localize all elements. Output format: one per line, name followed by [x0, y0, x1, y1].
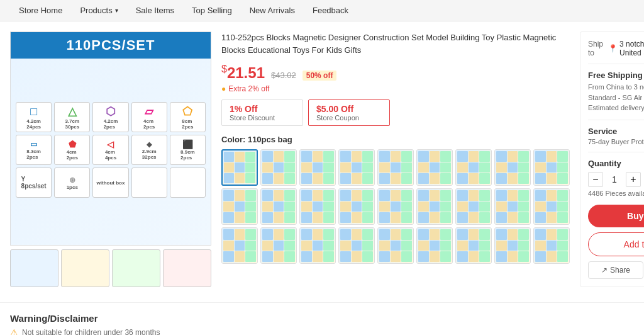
shape-square: □4.2cm24pcs	[16, 102, 52, 132]
thumb-1[interactable]	[10, 249, 58, 287]
shape-tri2: ◁4cm4pcs	[92, 135, 128, 165]
product-info: 110-252pcs Blocks Magnetic Designer Cons…	[221, 31, 570, 287]
variant-7[interactable]	[455, 149, 492, 186]
shape-empty2	[170, 168, 206, 198]
variant-17[interactable]	[494, 188, 531, 225]
bottom-thumbnails	[10, 249, 211, 287]
image-banner: 110PCS/SET	[11, 32, 211, 59]
thumb-4[interactable]	[163, 249, 211, 287]
variant-15[interactable]	[416, 188, 453, 225]
variant-19[interactable]	[221, 227, 258, 264]
coupon-amount-2: $5.00 Off	[316, 104, 382, 114]
variant-26[interactable]	[494, 227, 531, 264]
coupon-label-1: Store Discount	[230, 114, 295, 122]
image-grid: □4.2cm24pcs △3.7cm30pcs ⬡4.2cm2pcs ▱4cm2…	[11, 74, 211, 203]
variant-25[interactable]	[455, 227, 492, 264]
action-row: ↗ Share ♡ 70	[588, 261, 644, 279]
variant-24[interactable]	[416, 227, 453, 264]
quantity-title: Quantity	[588, 159, 644, 168]
variant-18[interactable]	[533, 188, 570, 225]
product-image-area: 110PCS/SET □4.2cm24pcs △3.7cm30pcs ⬡4.2c…	[10, 31, 211, 287]
variant-14[interactable]	[377, 188, 414, 225]
share-icon: ↗	[601, 266, 608, 275]
nav-products[interactable]: Products▾	[71, 0, 126, 21]
nav-store-home[interactable]: Store Home	[10, 0, 71, 21]
coupon-row: 1% Off Store Discount $5.00 Off Store Co…	[221, 99, 570, 126]
warning-icon: ⚠	[10, 327, 18, 335]
discount-badge: 50% off	[303, 71, 337, 81]
nav-new-arrivals[interactable]: New Arrivals	[241, 0, 304, 21]
chevron-down-icon: ▾	[115, 7, 118, 14]
variant-23[interactable]	[377, 227, 414, 264]
service-detail: 75-day Buyer Protection	[588, 138, 644, 145]
quantity-controls: − 1 +	[588, 172, 644, 187]
service-section: Service 75-day Buyer Protection	[588, 127, 644, 152]
thumb-3[interactable]	[112, 249, 160, 287]
extra-off: Extra 2% off	[221, 84, 570, 93]
add-to-cart-button[interactable]: Add to Cart	[588, 232, 644, 256]
shape-rectangle: ▱4cm2pcs	[131, 102, 167, 132]
coupon-store-coupon[interactable]: $5.00 Off Store Coupon	[308, 99, 390, 126]
variant-grid	[221, 149, 570, 264]
variant-5[interactable]	[377, 149, 414, 186]
shape-hexagon: ⬡4.2cm2pcs	[92, 102, 128, 132]
variant-3[interactable]	[299, 149, 336, 186]
free-shipping-detail: From China to 3 notch via Cainiao Standa…	[588, 82, 644, 103]
share-button[interactable]: ↗ Share	[588, 261, 643, 279]
shape-triangle: △3.7cm30pcs	[54, 102, 90, 132]
coupon-amount-1: 1% Off	[230, 104, 295, 114]
coupon-label-2: Store Coupon	[316, 114, 382, 122]
variant-4[interactable]	[338, 149, 375, 186]
color-label: Color: 110pcs bag	[221, 135, 570, 144]
service-title: Service	[588, 127, 644, 136]
shape-trapezoid: ⬠8cm2pcs	[170, 102, 206, 132]
product-image-box: 110PCS/SET □4.2cm24pcs △3.7cm30pcs ⬡4.2c…	[10, 31, 211, 246]
quantity-decrease-button[interactable]: −	[588, 172, 603, 187]
shape-circle: ⊛1pcs	[54, 168, 90, 198]
variant-2[interactable]	[260, 149, 297, 186]
navigation: Store Home Products▾ Sale Items Top Sell…	[0, 0, 644, 21]
quantity-section: Quantity − 1 + 4486 Pieces available	[588, 159, 644, 197]
nav-top-selling[interactable]: Top Selling	[183, 0, 241, 21]
price-row: $21.51 $43.02 50% off	[221, 64, 570, 82]
quantity-increase-button[interactable]: +	[626, 172, 641, 187]
variant-11[interactable]	[260, 188, 297, 225]
variant-20[interactable]	[260, 227, 297, 264]
coupon-store-discount[interactable]: 1% Off Store Discount	[221, 99, 303, 126]
variant-27[interactable]	[533, 227, 570, 264]
variant-13[interactable]	[338, 188, 375, 225]
variant-12[interactable]	[299, 188, 336, 225]
shape-rect2: ▭8.3cm2pcs	[16, 135, 52, 165]
ship-to-value: 📍 3 notch, Alabama, United St...	[608, 40, 644, 57]
product-title: 110-252pcs Blocks Magnetic Designer Cons…	[221, 31, 570, 56]
warning-section: Warning/Disclaimer ⚠ Not suitable for ch…	[0, 302, 644, 335]
buy-now-button[interactable]: Buy Now	[588, 205, 644, 227]
current-price: $21.51	[221, 64, 265, 82]
quantity-available: 4486 Pieces available	[588, 190, 644, 197]
variant-21[interactable]	[299, 227, 336, 264]
variant-10[interactable]	[221, 188, 258, 225]
shape-box: without box	[92, 168, 128, 198]
variant-16[interactable]	[455, 188, 492, 225]
variant-1[interactable]	[221, 149, 258, 186]
product-sidebar: Ship to 📍 3 notch, Alabama, United St...…	[580, 31, 644, 287]
shape-small: ◆2.9cm32pcs	[131, 135, 167, 165]
warning-title: Warning/Disclaimer	[10, 313, 634, 324]
nav-feedback[interactable]: Feedback	[304, 0, 357, 21]
delivery-estimate: Estimated delivery on Aug 18	[588, 103, 644, 113]
variant-9[interactable]	[533, 149, 570, 186]
main-content: 110PCS/SET □4.2cm24pcs △3.7cm30pcs ⬡4.2c…	[0, 21, 644, 297]
variant-6[interactable]	[416, 149, 453, 186]
ship-to-label: Ship to	[588, 40, 608, 57]
free-shipping: Free Shipping From China to 3 notch via …	[588, 71, 644, 120]
warning-text: ⚠ Not suitable for children under 36 mon…	[10, 327, 634, 335]
quantity-value: 1	[608, 174, 621, 185]
ship-to: Ship to 📍 3 notch, Alabama, United St...	[588, 40, 644, 64]
shape-empty1	[131, 168, 167, 198]
variant-8[interactable]	[494, 149, 531, 186]
nav-sale-items[interactable]: Sale Items	[127, 0, 183, 21]
thumb-2[interactable]	[61, 249, 109, 287]
shape-connector: ⬛8.9cm2pcs	[170, 135, 206, 165]
free-shipping-title: Free Shipping	[588, 71, 644, 80]
variant-22[interactable]	[338, 227, 375, 264]
